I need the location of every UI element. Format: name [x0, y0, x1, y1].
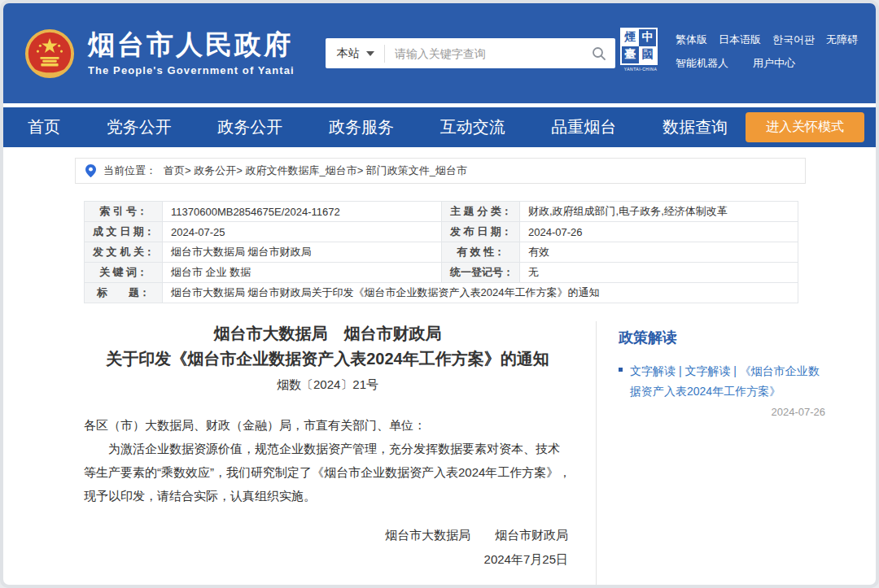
- meta-label-validity: 有 效 性：: [442, 242, 520, 263]
- meta-label-index-no: 索 引 号：: [85, 202, 163, 222]
- meta-value-publish-date: 2024-07-26: [520, 222, 798, 242]
- seal-char: 國: [639, 46, 656, 63]
- link-japanese[interactable]: 日本语版: [719, 33, 761, 47]
- policy-interpretation-link[interactable]: 文字解读 | 文字解读 | 《烟台市企业数据资产入表2024年工作方案》: [630, 361, 820, 401]
- meta-value-index-no: 11370600MB2854675E/2024-11672: [163, 202, 442, 222]
- nav-items: 首页 党务公开 政务公开 政务服务 互动交流 品重烟台 数据查询: [28, 116, 728, 138]
- sidebar-heading: 政策解读: [619, 328, 820, 347]
- link-accessibility[interactable]: 无障碍: [826, 33, 858, 47]
- national-emblem-icon: [24, 28, 75, 80]
- document-title-line2: 关于印发《烟台市企业数据资产入表2024年工作方案》的通知: [84, 346, 571, 372]
- search-box: 本站: [326, 38, 615, 68]
- meta-value-title: 烟台市大数据局 烟台市财政局关于印发《烟台市企业数据资产入表2024年工作方案》…: [163, 283, 798, 303]
- policy-interpretation-date: 2024-07-26: [630, 406, 825, 418]
- meta-label-topic: 主 题 分 类：: [442, 202, 520, 222]
- site-title-block: 烟台市人民政府 The People's Government of Yanta…: [88, 30, 295, 76]
- seal-char: 中: [639, 29, 656, 46]
- nav-item-home[interactable]: 首页: [28, 116, 60, 138]
- seal-char: 煙: [622, 29, 639, 46]
- nav-item-interaction[interactable]: 互动交流: [440, 116, 505, 138]
- document-number: 烟数〔2024〕21号: [84, 377, 571, 393]
- nav-item-gov-services[interactable]: 政务服务: [329, 116, 394, 138]
- seal-caption: YANTAI-CHINA: [620, 67, 661, 72]
- document-sign-date: 2024年7月25日: [84, 547, 568, 572]
- document-paragraph: 为激活企业数据资源价值，规范企业数据资产管理，充分发挥数据要素对资本、技术等生产…: [84, 438, 571, 508]
- meta-label-title: 标 题：: [85, 283, 163, 303]
- seal-logo-icon: 煙 中 臺 國: [620, 28, 658, 65]
- site-subtitle: The People's Government of Yantai: [88, 64, 295, 76]
- breadcrumb-path[interactable]: 首页> 政务公开> 政府文件数据库_烟台市> 部门政策文件_烟台市: [164, 163, 467, 178]
- quick-links-row-2: 智能机器人 用户中心: [676, 56, 858, 71]
- search-scope-select[interactable]: 本站: [326, 46, 384, 61]
- care-mode-button[interactable]: 进入关怀模式: [746, 112, 864, 142]
- document-signature: 烟台市大数据局 烟台市财政局 2024年7月25日: [84, 523, 571, 572]
- header-right-panel: 煙 中 臺 國 YANTAI-CHINA 繁体版 日本语版 한국어판 无障碍: [620, 28, 858, 80]
- link-korean[interactable]: 한국어판: [772, 33, 815, 47]
- nav-item-brand-yantai[interactable]: 品重烟台: [551, 116, 616, 138]
- site-title: 烟台市人民政府: [88, 30, 295, 59]
- search-button[interactable]: [583, 46, 615, 61]
- chevron-down-icon: [366, 51, 374, 56]
- breadcrumb-label: 当前位置：: [103, 163, 156, 178]
- bullet-icon: [619, 368, 623, 372]
- list-item: 文字解读 | 文字解读 | 《烟台市企业数据资产入表2024年工作方案》: [619, 361, 820, 401]
- page: 烟台市人民政府 The People's Government of Yanta…: [3, 3, 876, 585]
- table-row: 成 文 日 期： 2024-07-25 发 布 日 期： 2024-07-26: [85, 222, 798, 242]
- search-icon: [592, 46, 606, 61]
- document-meta-table: 索 引 号： 11370600MB2854675E/2024-11672 主 题…: [84, 201, 798, 303]
- quick-links-row-1: 繁体版 日本语版 한국어판 无障碍: [676, 33, 858, 47]
- meta-value-topic: 财政,政府组成部门,电子政务,经济体制改革: [520, 202, 798, 222]
- location-pin-icon: [85, 164, 96, 177]
- link-chatbot[interactable]: 智能机器人: [676, 56, 728, 71]
- nav-item-party-affairs[interactable]: 党务公开: [107, 116, 172, 138]
- link-traditional-chinese[interactable]: 繁体版: [676, 33, 707, 47]
- meta-value-validity: 有效: [520, 242, 798, 263]
- document-area: 烟台市大数据局 烟台市财政局 关于印发《烟台市企业数据资产入表2024年工作方案…: [84, 321, 876, 585]
- meta-label-publish-date: 发 布 日 期：: [442, 222, 520, 242]
- meta-value-registration-no: 无: [520, 263, 798, 283]
- nav-item-data-query[interactable]: 数据查询: [663, 116, 728, 138]
- link-user-center[interactable]: 用户中心: [753, 56, 795, 71]
- site-brand[interactable]: 烟台市人民政府 The People's Government of Yanta…: [24, 28, 295, 80]
- meta-value-written-date: 2024-07-25: [163, 222, 442, 242]
- meta-label-written-date: 成 文 日 期：: [85, 222, 163, 242]
- table-row: 发 文 机 关： 烟台市大数据局 烟台市财政局 有 效 性： 有效: [85, 242, 798, 263]
- meta-label-registration-no: 统一登记号：: [442, 263, 520, 283]
- meta-label-keywords: 关 键 词：: [85, 263, 163, 283]
- document-main: 烟台市大数据局 烟台市财政局 关于印发《烟台市企业数据资产入表2024年工作方案…: [84, 321, 596, 585]
- yantai-china-seal: 煙 中 臺 國 YANTAI-CHINA: [620, 28, 661, 72]
- table-row: 关 键 词： 烟台市 企业 数据 统一登记号： 无: [85, 263, 798, 283]
- document-salutation: 各区（市）大数据局、财政（金融）局，市直有关部门、单位：: [84, 414, 571, 438]
- meta-value-keywords: 烟台市 企业 数据: [163, 263, 442, 283]
- meta-label-issuing-agency: 发 文 机 关：: [85, 242, 163, 263]
- main-navbar: 首页 党务公开 政务公开 政务服务 互动交流 品重烟台 数据查询 进入关怀模式: [3, 107, 876, 147]
- document-title: 烟台市大数据局 烟台市财政局 关于印发《烟台市企业数据资产入表2024年工作方案…: [84, 321, 571, 372]
- search-input[interactable]: [385, 47, 583, 60]
- document-body: 各区（市）大数据局、财政（金融）局，市直有关部门、单位： 为激活企业数据资源价值…: [84, 414, 571, 508]
- page-frame: 烟台市人民政府 The People's Government of Yanta…: [0, 0, 879, 588]
- search-scope-label: 本站: [337, 46, 360, 61]
- document-signer: 烟台市大数据局 烟台市财政局: [84, 523, 568, 547]
- breadcrumb: 当前位置： 首页> 政务公开> 政府文件数据库_烟台市> 部门政策文件_烟台市: [75, 158, 806, 184]
- table-row: 标 题： 烟台市大数据局 烟台市财政局关于印发《烟台市企业数据资产入表2024年…: [85, 283, 798, 303]
- seal-char: 臺: [622, 46, 639, 63]
- quick-links: 繁体版 日本语版 한국어판 无障碍 智能机器人 用户中心: [676, 28, 858, 80]
- policy-interpretation-sidebar: 政策解读 文字解读 | 文字解读 | 《烟台市企业数据资产入表2024年工作方案…: [596, 321, 820, 585]
- document-title-line1: 烟台市大数据局 烟台市财政局: [84, 321, 571, 346]
- site-header: 烟台市人民政府 The People's Government of Yanta…: [3, 3, 876, 103]
- meta-value-issuing-agency: 烟台市大数据局 烟台市财政局: [163, 242, 442, 263]
- table-row: 索 引 号： 11370600MB2854675E/2024-11672 主 题…: [85, 202, 798, 222]
- nav-item-gov-affairs[interactable]: 政务公开: [217, 116, 282, 138]
